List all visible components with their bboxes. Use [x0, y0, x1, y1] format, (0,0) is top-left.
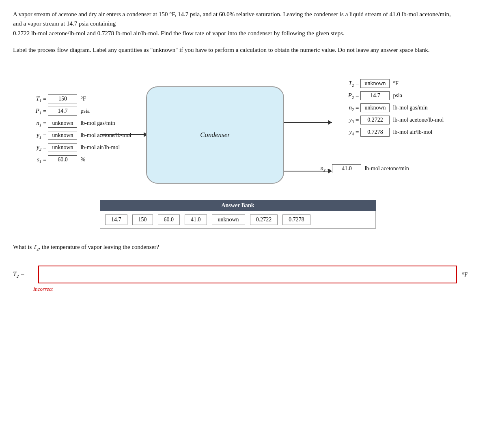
- t2-answer-label: T2 =: [13, 269, 33, 280]
- n1-value[interactable]: unknown: [48, 119, 77, 128]
- n1-unit: lb-mol gas/min: [80, 120, 115, 126]
- T2-unit: °F: [393, 80, 398, 87]
- P2-label: P2: [333, 92, 354, 100]
- t2-answer-input[interactable]: [38, 266, 457, 283]
- right-top-variables: T2 = unknown °F P2 = 14.7 psia n2 = unkn…: [333, 79, 444, 140]
- T1-value[interactable]: 150: [48, 94, 77, 103]
- n1-label: n1: [20, 120, 41, 127]
- P1-label: P1: [20, 107, 41, 115]
- n2-unit: lb-mol gas/min: [393, 105, 427, 111]
- answer-item-2[interactable]: 60.0: [158, 214, 180, 225]
- P1-unit: psia: [80, 108, 90, 114]
- n1-row: n1 = unknown lb-mol gas/min: [20, 119, 131, 128]
- answer-bank-items: 14.7 150 60.0 41.0 unknown 0.2722 0.7278: [100, 211, 376, 229]
- right-bottom-variables: n3 = 41.0 lb-mol acetone/min: [304, 164, 409, 176]
- T2-value[interactable]: unknown: [360, 79, 390, 88]
- P1-row: P1 = 14.7 psia: [20, 107, 131, 116]
- y2-unit: lb-mol air/lb-mol: [80, 144, 120, 151]
- n3-label: n3: [304, 165, 325, 173]
- problem-instruction: Label the process flow diagram. Label an…: [13, 45, 459, 55]
- P2-value[interactable]: 14.7: [360, 91, 390, 100]
- T2-row: T2 = unknown °F: [333, 79, 444, 88]
- y4-label: y4: [333, 129, 354, 136]
- condenser-box: Condenser: [146, 86, 284, 184]
- y2-label: y2: [20, 144, 41, 152]
- s1-value[interactable]: 60.0: [48, 155, 77, 164]
- s1-row: s1 = 60.0 %: [20, 155, 131, 164]
- condenser-label: Condenser: [200, 131, 230, 139]
- P2-row: P2 = 14.7 psia: [333, 91, 444, 100]
- answer-bank-header: Answer Bank: [100, 200, 376, 211]
- answer-item-4[interactable]: unknown: [212, 214, 245, 225]
- answer-item-5[interactable]: 0.2722: [250, 214, 278, 225]
- y3-value[interactable]: 0.2722: [360, 116, 390, 124]
- problem-line1: A vapor stream of acetone and dry air en…: [13, 10, 459, 29]
- T1-label: T1: [20, 95, 41, 103]
- answer-item-3[interactable]: 41.0: [185, 214, 207, 225]
- y2-row: y2 = unknown lb-mol air/lb-mol: [20, 143, 131, 152]
- incorrect-message: Incorrect: [33, 285, 474, 294]
- y1-row: y1 = unknown lb-mol acetone/lb-mol: [20, 131, 131, 140]
- y3-row: y3 = 0.2722 lb-mol acetone/lb-mol: [333, 116, 444, 124]
- y4-value[interactable]: 0.7278: [360, 128, 390, 137]
- y2-value[interactable]: unknown: [48, 143, 77, 152]
- answer-item-1[interactable]: 150: [132, 214, 153, 225]
- T1-unit: °F: [80, 96, 86, 102]
- y3-label: y3: [333, 116, 354, 124]
- inlet-arrow: [100, 134, 148, 135]
- question-text: What is T2, the temperature of vapor lea…: [13, 242, 474, 253]
- y1-label: y1: [20, 132, 41, 139]
- n2-label: n2: [333, 104, 354, 112]
- T2-label: T2: [333, 80, 354, 88]
- s1-label: s1: [20, 156, 41, 164]
- n3-value[interactable]: 41.0: [332, 164, 361, 173]
- y1-unit: lb-mol acetone/lb-mol: [80, 132, 131, 139]
- s1-unit: %: [80, 156, 85, 163]
- P1-value[interactable]: 14.7: [48, 107, 77, 116]
- question-section: What is T2, the temperature of vapor lea…: [13, 242, 474, 294]
- y3-unit: lb-mol acetone/lb-mol: [393, 117, 444, 123]
- vapor-outlet-arrow: [284, 122, 332, 123]
- left-variables: T1 = 150 °F P1 = 14.7 psia n1 = unknown …: [20, 94, 131, 167]
- n2-row: n2 = unknown lb-mol gas/min: [333, 103, 444, 112]
- y4-unit: lb-mol air/lb-mol: [393, 129, 432, 135]
- answer-input-row: T2 = °F: [13, 266, 474, 283]
- process-flow-diagram: T1 = 150 °F P1 = 14.7 psia n1 = unknown …: [20, 62, 467, 232]
- problem-line2: 0.2722 lb-mol acetone/lb-mol and 0.7278 …: [13, 29, 459, 38]
- n3-unit: lb-mol acetone/min: [364, 165, 409, 172]
- y4-row: y4 = 0.7278 lb-mol air/lb-mol: [333, 128, 444, 137]
- problem-text: A vapor stream of acetone and dry air en…: [13, 10, 459, 38]
- n2-value[interactable]: unknown: [360, 103, 390, 112]
- answer-bank-section: Answer Bank 14.7 150 60.0 41.0 unknown 0…: [100, 200, 376, 229]
- t2-answer-unit: °F: [462, 270, 474, 279]
- T1-row: T1 = 150 °F: [20, 94, 131, 103]
- answer-item-0[interactable]: 14.7: [105, 214, 127, 225]
- n3-row: n3 = 41.0 lb-mol acetone/min: [304, 164, 409, 173]
- P2-unit: psia: [393, 92, 402, 99]
- y1-value[interactable]: unknown: [48, 131, 77, 140]
- answer-item-6[interactable]: 0.7278: [282, 214, 310, 225]
